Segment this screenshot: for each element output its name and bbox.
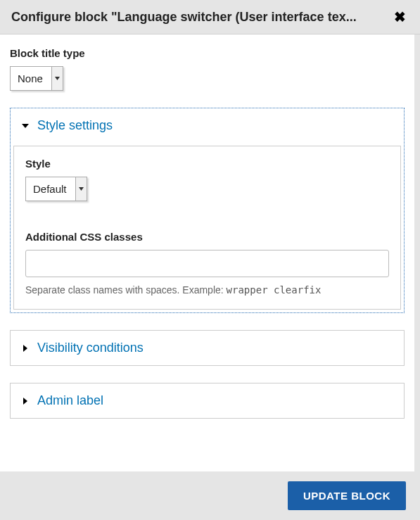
css-classes-input[interactable] <box>25 250 389 277</box>
visibility-conditions-fieldset: Visibility conditions <box>10 330 405 366</box>
css-classes-label: Additional CSS classes <box>25 231 389 243</box>
css-classes-help-example: wrapper clearfix <box>227 284 322 296</box>
style-settings-legend: Style settings <box>37 118 113 133</box>
style-label: Style <box>25 158 389 170</box>
css-classes-help: Separate class names with spaces. Exampl… <box>25 283 389 298</box>
dialog-title: Configure block "Language switcher (User… <box>11 10 391 25</box>
caret-right-icon <box>22 398 29 405</box>
style-group: Style Default <box>25 158 389 218</box>
dialog-body[interactable]: Block title type None Style settings Sty… <box>0 34 420 471</box>
dialog-footer: UPDATE BLOCK <box>0 471 420 520</box>
dialog-header: Configure block "Language switcher (User… <box>0 0 420 34</box>
admin-label-legend: Admin label <box>37 393 103 408</box>
admin-label-fieldset: Admin label <box>10 383 405 419</box>
block-title-type-select-wrap: None <box>10 66 63 91</box>
close-button[interactable]: ✖ <box>391 8 409 25</box>
css-classes-help-prefix: Separate class names with spaces. Exampl… <box>25 284 227 296</box>
visibility-conditions-legend: Visibility conditions <box>37 341 144 355</box>
update-block-button[interactable]: UPDATE BLOCK <box>288 481 406 510</box>
close-icon: ✖ <box>394 9 406 25</box>
css-classes-group: Additional CSS classes Separate class na… <box>25 231 389 298</box>
block-title-type-label: Block title type <box>10 47 405 59</box>
style-settings-fieldset: Style settings Style Default Additi <box>10 108 405 313</box>
admin-label-toggle[interactable]: Admin label <box>11 383 404 418</box>
style-settings-body: Style Default Additional CSS classes <box>13 146 401 310</box>
configure-block-dialog: Configure block "Language switcher (User… <box>0 0 420 520</box>
style-select[interactable]: Default <box>25 177 87 201</box>
style-settings-toggle[interactable]: Style settings <box>11 108 404 143</box>
visibility-conditions-toggle[interactable]: Visibility conditions <box>11 331 404 365</box>
caret-down-icon <box>22 122 29 129</box>
block-title-type-select[interactable]: None <box>10 66 63 91</box>
style-select-wrap: Default <box>25 177 87 201</box>
caret-right-icon <box>22 345 29 352</box>
